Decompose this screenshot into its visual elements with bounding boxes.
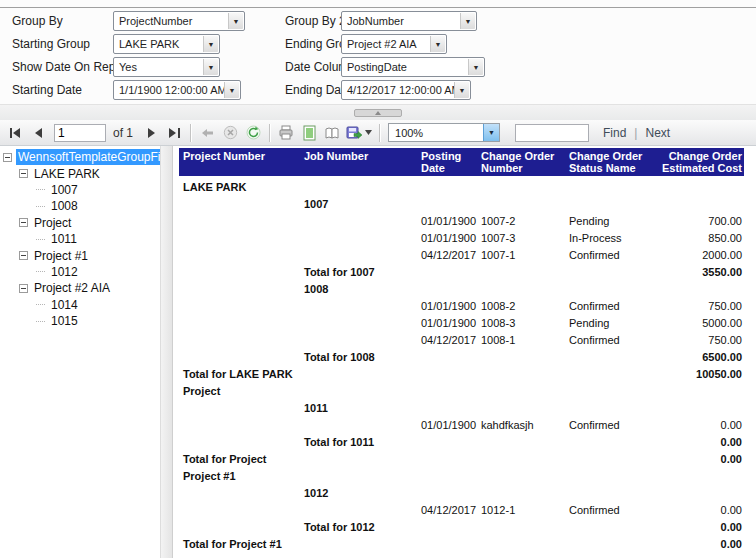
document-map-item[interactable]: 1012 — [0, 264, 160, 280]
document-map-item[interactable]: 1014 — [0, 297, 160, 313]
starting-date-label: Starting Date — [12, 83, 82, 97]
chevron-down-icon[interactable]: ▼ — [203, 36, 218, 52]
change-order-number-cell: 1008-1 — [477, 334, 565, 346]
document-map-item-label[interactable]: LAKE PARK — [32, 166, 102, 182]
job-number-cell: Total for 1008 — [300, 351, 417, 363]
ending-group-value: Project #2 AIA — [347, 38, 417, 50]
stop-button[interactable] — [219, 123, 241, 143]
document-map-item[interactable]: Project #2 AIA — [0, 280, 160, 296]
document-map-item[interactable]: LAKE PARK — [0, 165, 160, 181]
estimated-cost-cell: 0.00 — [655, 521, 744, 533]
document-map-item-label[interactable]: WennsoftTemplateGroupFilterD — [16, 149, 160, 165]
estimated-cost-cell: 850.00 — [655, 232, 744, 244]
report-row: Total for LAKE PARK 10050.00 — [179, 365, 744, 382]
show-date-select[interactable]: Yes ▼ — [113, 57, 220, 77]
job-number-cell: 1008 — [300, 283, 417, 295]
page-number-input[interactable] — [54, 124, 106, 142]
chevron-down-icon[interactable]: ▼ — [454, 82, 469, 98]
print-button[interactable] — [275, 123, 297, 143]
collapse-minus-icon[interactable] — [19, 218, 28, 227]
report-row: Total for 1007 3550.00 — [179, 263, 744, 280]
posting-date-cell: 04/12/2017 — [417, 334, 477, 346]
printer-icon — [278, 125, 294, 140]
document-map-item-label[interactable]: Project #2 AIA — [32, 280, 112, 296]
next-page-button[interactable] — [140, 123, 162, 143]
posting-date-cell: 01/01/1900 — [417, 317, 477, 329]
export-button[interactable] — [344, 123, 374, 143]
group-by-2-label: Group By 2 — [285, 14, 346, 28]
date-column-value: PostingDate — [347, 61, 407, 73]
chevron-down-icon[interactable]: ▼ — [460, 13, 475, 29]
document-map-item-label[interactable]: 1012 — [49, 264, 80, 280]
find-next-separator: | — [634, 126, 637, 140]
previous-page-button[interactable] — [27, 123, 49, 143]
print-layout-icon — [302, 125, 317, 141]
document-map-item-label[interactable]: 1011 — [49, 231, 79, 247]
parameter-panel: Group By Starting Group Show Date On Rep… — [0, 0, 756, 104]
next-link[interactable]: Next — [645, 126, 670, 140]
last-page-button[interactable] — [163, 123, 185, 143]
document-map-item-label[interactable]: 1007 — [49, 182, 80, 198]
document-map-item[interactable]: 1008 — [0, 198, 160, 214]
chevron-down-icon[interactable]: ▼ — [224, 82, 239, 98]
document-map-item[interactable]: Project — [0, 215, 160, 231]
date-column-select[interactable]: PostingDate ▼ — [341, 57, 485, 77]
posting-date-cell: 01/01/1900 — [417, 300, 477, 312]
starting-group-value: LAKE PARK — [119, 38, 179, 50]
estimated-cost-cell: 6500.00 — [655, 351, 744, 363]
change-order-status-cell: Pending — [565, 215, 655, 227]
starting-group-label: Starting Group — [12, 37, 90, 51]
page-setup-button[interactable] — [321, 123, 343, 143]
group-by-2-select[interactable]: JobNumber ▼ — [341, 11, 477, 31]
group-by-2-value: JobNumber — [347, 15, 404, 27]
collapse-minus-icon[interactable] — [19, 284, 28, 293]
document-map-item[interactable]: 1015 — [0, 313, 160, 329]
first-page-icon — [9, 128, 22, 138]
back-button[interactable] — [196, 123, 218, 143]
chevron-down-icon[interactable]: ▼ — [483, 124, 499, 141]
document-map-item[interactable]: Project #1 — [0, 247, 160, 263]
posting-date-cell: 01/01/1900 — [417, 232, 477, 244]
horizontal-splitter[interactable] — [0, 104, 756, 120]
change-order-status-cell: Confirmed — [565, 419, 655, 431]
document-map-item-label[interactable]: 1015 — [49, 313, 80, 329]
ending-group-select[interactable]: Project #2 AIA ▼ — [341, 34, 447, 54]
zoom-select[interactable]: 100% ▼ — [388, 123, 500, 142]
report-row: 01/01/1900 1007-3 In-Process 850.00 — [179, 229, 744, 246]
export-save-icon — [346, 126, 363, 140]
document-map-item[interactable]: WennsoftTemplateGroupFilterD — [0, 149, 160, 165]
vertical-splitter[interactable] — [160, 146, 173, 558]
collapse-minus-icon[interactable] — [19, 251, 28, 260]
document-map-item[interactable]: 1011 — [0, 231, 160, 247]
page-setup-icon — [325, 126, 340, 140]
column-header-posting-date: Posting Date — [417, 148, 477, 176]
document-map-item-label[interactable]: 1008 — [49, 198, 80, 214]
collapse-handle[interactable] — [354, 109, 402, 117]
chevron-down-icon[interactable]: ▼ — [468, 59, 483, 75]
first-page-button[interactable] — [4, 123, 26, 143]
collapse-minus-icon[interactable] — [3, 153, 12, 162]
report-row: 1011 — [179, 399, 744, 416]
document-map-item-label[interactable]: Project — [32, 215, 73, 231]
refresh-icon — [246, 125, 261, 140]
posting-date-cell: 04/12/2017 — [417, 504, 477, 516]
find-input[interactable] — [515, 124, 589, 142]
report-row: 01/01/1900 1008-2 Confirmed 750.00 — [179, 297, 744, 314]
chevron-down-icon[interactable]: ▼ — [203, 59, 218, 75]
chevron-down-icon — [365, 130, 372, 135]
refresh-button[interactable] — [242, 123, 264, 143]
document-map-item[interactable]: 1007 — [0, 182, 160, 198]
collapse-minus-icon[interactable] — [19, 169, 28, 178]
starting-group-select[interactable]: LAKE PARK ▼ — [113, 34, 220, 54]
chevron-down-icon[interactable]: ▼ — [228, 13, 243, 29]
tree-connector — [36, 321, 45, 322]
ending-date-select[interactable]: 4/12/2017 12:00:00 AM ▼ — [341, 80, 471, 100]
print-layout-button[interactable] — [298, 123, 320, 143]
document-map-item-label[interactable]: 1014 — [49, 297, 80, 313]
document-map-item-label[interactable]: Project #1 — [32, 248, 90, 264]
find-link[interactable]: Find — [603, 126, 626, 140]
report-header-row: Project Number Job Number Posting Date C… — [179, 148, 744, 176]
chevron-down-icon[interactable]: ▼ — [430, 36, 445, 52]
starting-date-select[interactable]: 1/1/1900 12:00:00 AM ▼ — [113, 80, 241, 100]
group-by-select[interactable]: ProjectNumber ▼ — [113, 11, 245, 31]
